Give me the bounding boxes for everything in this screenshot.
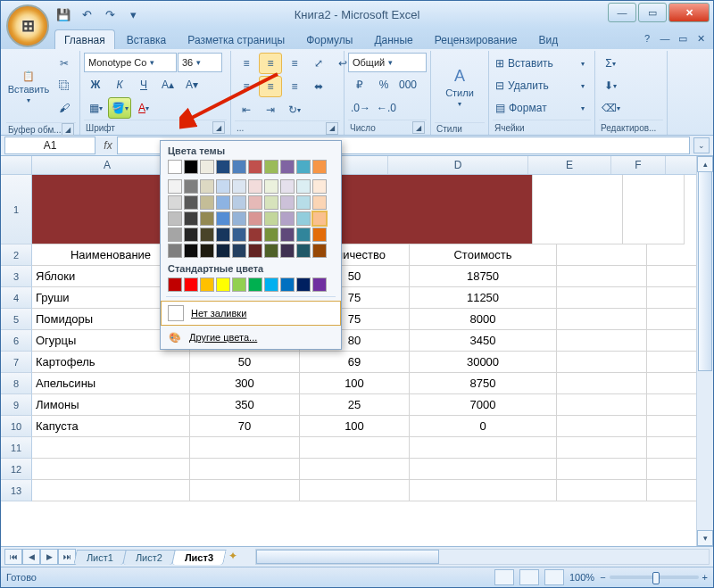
page-layout-view-button[interactable] <box>519 569 539 585</box>
color-swatch[interactable] <box>296 160 311 174</box>
color-swatch[interactable] <box>280 244 295 258</box>
color-swatch[interactable] <box>264 211 278 226</box>
first-sheet-button[interactable]: ⏮ <box>4 549 22 565</box>
cell[interactable] <box>300 459 410 480</box>
color-swatch[interactable] <box>184 277 198 292</box>
align-middle-button[interactable]: ≡ <box>259 53 282 74</box>
cell[interactable] <box>32 459 190 480</box>
tab-data[interactable]: Данные <box>364 29 422 49</box>
maximize-button[interactable]: ▭ <box>638 3 667 22</box>
fill-button[interactable]: ⬇▾ <box>599 75 622 96</box>
office-button[interactable]: ⊞ <box>6 4 49 47</box>
cell[interactable] <box>557 287 647 309</box>
name-box[interactable]: A1 <box>4 137 95 154</box>
cell[interactable] <box>190 459 300 480</box>
cell[interactable] <box>190 437 300 459</box>
row-header[interactable]: 7 <box>1 352 32 373</box>
orientation-dd-button[interactable]: ↻▾ <box>283 99 306 120</box>
font-dialog-launcher[interactable]: ◢ <box>212 121 225 134</box>
color-swatch[interactable] <box>216 211 230 226</box>
grow-font-button[interactable]: A▴ <box>156 74 179 95</box>
align-right-button[interactable]: ≡ <box>283 76 306 97</box>
color-swatch[interactable] <box>264 277 278 292</box>
next-sheet-button[interactable]: ▶ <box>40 549 58 565</box>
close-button[interactable]: ✕ <box>668 3 710 22</box>
row-header[interactable]: 13 <box>1 480 32 501</box>
color-swatch[interactable] <box>264 244 278 258</box>
row-header[interactable]: 3 <box>1 266 32 287</box>
styles-button[interactable]: A Стили ▾ <box>435 53 485 122</box>
increase-indent-button[interactable]: ⇥ <box>259 99 282 120</box>
wb-restore-button[interactable]: ▭ <box>676 31 690 46</box>
align-left-button[interactable]: ≡ <box>235 76 258 97</box>
merge-button[interactable]: ⬌ <box>307 76 330 97</box>
cell[interactable]: Лимоны <box>32 394 190 416</box>
orientation-button[interactable]: ⤢ <box>307 53 330 74</box>
cell[interactable]: 8000 <box>410 309 557 330</box>
fx-button[interactable]: fx <box>99 139 117 152</box>
decrease-decimal-button[interactable]: ←.0 <box>374 97 399 119</box>
color-swatch[interactable] <box>312 277 327 292</box>
color-swatch[interactable] <box>280 211 295 226</box>
cell[interactable] <box>32 480 190 501</box>
color-swatch[interactable] <box>264 195 278 210</box>
more-colors-button[interactable]: 🎨 Другие цвета... <box>161 326 341 349</box>
color-swatch[interactable] <box>296 277 311 292</box>
underline-button[interactable]: Ч <box>132 74 155 95</box>
color-swatch[interactable] <box>184 195 198 210</box>
font-name-combo[interactable]: Monotype Co▾ <box>84 53 177 72</box>
align-top-button[interactable]: ≡ <box>235 53 258 74</box>
paste-button[interactable]: 📋 Вставить ▾ <box>6 53 51 122</box>
sheet-tab[interactable]: Лист1 <box>73 550 127 565</box>
color-swatch[interactable] <box>216 195 230 210</box>
shrink-font-button[interactable]: A▾ <box>180 74 203 95</box>
qat-customize-button[interactable]: ▾ <box>124 5 142 23</box>
cut-button[interactable]: ✂ <box>53 53 76 74</box>
font-size-combo[interactable]: 36▾ <box>178 53 222 72</box>
color-swatch[interactable] <box>232 277 246 292</box>
cell[interactable]: 100 <box>300 416 410 437</box>
cell[interactable] <box>300 437 410 459</box>
cell[interactable] <box>557 244 647 266</box>
cell[interactable]: 69 <box>300 352 410 373</box>
cell[interactable] <box>623 175 685 244</box>
cell[interactable]: Стоимость <box>410 244 557 266</box>
color-swatch[interactable] <box>216 277 230 292</box>
row-header[interactable]: 6 <box>1 330 32 352</box>
select-all-corner[interactable] <box>1 156 32 174</box>
row-header[interactable]: 9 <box>1 394 32 416</box>
color-swatch[interactable] <box>232 179 246 194</box>
cells-delete-button[interactable]: ⊟Удалить▾ <box>493 75 587 96</box>
cell[interactable]: 50 <box>190 352 300 373</box>
cell[interactable]: Капуста <box>32 416 190 437</box>
wb-minimize-button[interactable]: — <box>658 31 672 46</box>
tab-review[interactable]: Рецензирование <box>425 29 527 49</box>
cells-format-button[interactable]: ▤Формат▾ <box>493 97 587 119</box>
cell[interactable] <box>557 416 647 437</box>
color-swatch[interactable] <box>312 211 327 226</box>
row-header[interactable]: 4 <box>1 287 32 309</box>
color-swatch[interactable] <box>184 228 198 242</box>
color-swatch[interactable] <box>200 179 214 194</box>
scroll-down-button[interactable]: ▾ <box>697 530 713 546</box>
color-swatch[interactable] <box>216 228 230 242</box>
no-fill-button[interactable]: Нет заливки <box>161 301 341 326</box>
color-swatch[interactable] <box>200 195 214 210</box>
number-dialog-launcher[interactable]: ◢ <box>412 121 425 134</box>
color-swatch[interactable] <box>248 277 262 292</box>
row-header[interactable]: 11 <box>1 437 32 459</box>
color-swatch[interactable] <box>248 244 262 258</box>
fill-color-button[interactable]: 🪣▾ <box>108 97 131 119</box>
color-swatch[interactable] <box>248 195 262 210</box>
color-swatch[interactable] <box>280 228 295 242</box>
alignment-dialog-launcher[interactable]: ◢ <box>326 122 338 135</box>
cell[interactable]: 18750 <box>410 266 557 287</box>
scroll-thumb[interactable] <box>698 171 712 371</box>
color-swatch[interactable] <box>296 244 311 258</box>
percent-button[interactable]: % <box>372 74 395 95</box>
cell[interactable]: 100 <box>300 373 410 394</box>
comma-button[interactable]: 000 <box>396 74 419 95</box>
tab-insert[interactable]: Вставка <box>117 29 177 49</box>
row-header[interactable]: 2 <box>1 244 32 266</box>
cell[interactable]: 11250 <box>410 287 557 309</box>
